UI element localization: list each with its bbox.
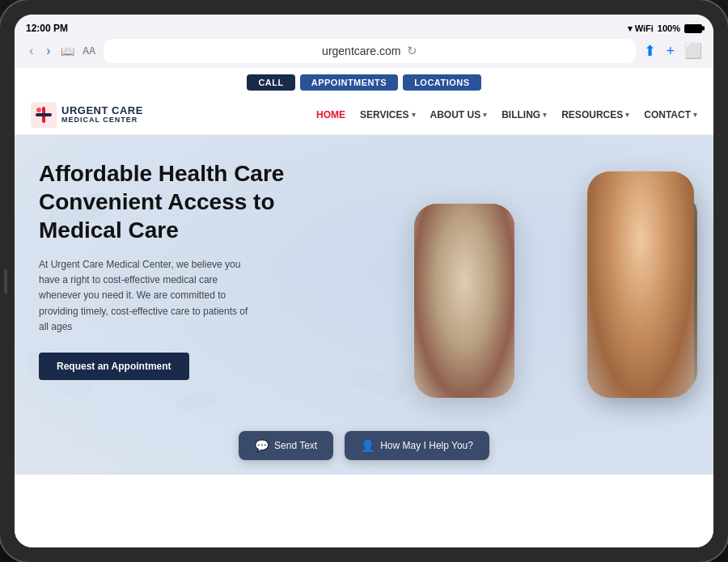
tablet-screen: 12:00 PM ▾ WiFi 100% ‹ › 📖 AA urgentcare… — [15, 15, 713, 547]
phone-mockups — [390, 143, 697, 426]
svg-point-21 — [654, 247, 660, 255]
svg-point-11 — [476, 261, 482, 269]
svg-rect-4 — [414, 204, 514, 398]
send-text-label: Send Text — [274, 440, 317, 451]
new-tab-button[interactable]: + — [666, 43, 675, 60]
bottom-action-buttons: 💬 Send Text 👤 How May I Help You? — [15, 431, 713, 460]
tabs-button[interactable]: ⬜ — [684, 42, 702, 60]
battery-level: 100% — [658, 23, 680, 33]
svg-rect-14 — [587, 171, 695, 398]
hero-text-area: Affordable Health Care Convenient Access… — [39, 159, 314, 380]
svg-point-10 — [459, 261, 466, 269]
svg-point-17 — [611, 218, 637, 270]
help-label: How May I Help You? — [380, 440, 473, 451]
photo-family-center — [587, 171, 695, 398]
svg-point-23 — [630, 327, 666, 356]
battery-icon — [684, 24, 702, 33]
svg-point-15 — [620, 220, 676, 285]
logo-icon — [31, 102, 57, 128]
wifi-icon: ▾ WiFi — [628, 23, 654, 34]
svg-point-9 — [438, 301, 503, 382]
nav-contact[interactable]: CONTACT ▾ — [644, 109, 697, 120]
help-button[interactable]: 👤 How May I Help You? — [345, 431, 489, 460]
logo-area[interactable]: URGENT CARE MEDICAL CENTER — [31, 102, 143, 128]
address-bar[interactable]: urgentcare.com ↻ — [104, 39, 636, 63]
svg-point-8 — [476, 244, 498, 293]
back-button[interactable]: ‹ — [26, 42, 36, 60]
logo-text: URGENT CARE MEDICAL CENTER — [61, 105, 143, 125]
forward-button[interactable]: › — [43, 42, 53, 60]
nav-services[interactable]: SERVICES ▾ — [360, 109, 415, 120]
nav-resources[interactable]: RESOURCES ▾ — [561, 109, 629, 120]
url-display: urgentcare.com — [322, 44, 400, 57]
aa-button[interactable]: AA — [83, 45, 95, 57]
logo-subtitle: MEDICAL CENTER — [61, 116, 143, 125]
appointments-button[interactable]: APPOINTMENTS — [300, 74, 398, 91]
svg-point-13 — [455, 325, 487, 354]
phone-mockup-left — [414, 204, 514, 398]
svg-rect-2 — [36, 113, 52, 116]
photo-woman — [414, 204, 514, 398]
nav-billing[interactable]: BILLING ▾ — [502, 109, 547, 120]
call-button[interactable]: CALL — [247, 74, 294, 91]
status-bar: 12:00 PM ▾ WiFi 100% — [26, 21, 702, 39]
svg-point-20 — [636, 247, 642, 255]
svg-point-19 — [627, 228, 669, 277]
phone-mockup-center — [587, 171, 695, 398]
svg-point-6 — [443, 226, 498, 271]
tablet-side-button[interactable] — [4, 269, 7, 294]
reader-mode-button[interactable]: 📖 — [61, 44, 74, 57]
svg-point-12 — [453, 337, 489, 378]
chat-icon: 💬 — [255, 439, 269, 452]
svg-point-25 — [652, 353, 658, 360]
send-text-button[interactable]: 💬 Send Text — [239, 431, 333, 460]
tablet-frame: 12:00 PM ▾ WiFi 100% ‹ › 📖 AA urgentcare… — [0, 0, 728, 562]
status-indicators: ▾ WiFi 100% — [628, 23, 702, 34]
svg-point-3 — [36, 108, 41, 112]
svg-point-5 — [448, 239, 493, 290]
browser-action-buttons: ⬆ + ⬜ — [644, 42, 702, 60]
svg-point-22 — [625, 333, 671, 382]
logo-name: URGENT CARE — [61, 105, 143, 116]
hero-section: Affordable Health Care Convenient Access… — [15, 135, 713, 475]
cta-button[interactable]: Request an Appointment — [39, 353, 189, 380]
website-content: CALL APPOINTMENTS LOCATIONS URGENT CARE … — [15, 68, 713, 547]
nav-controls: ‹ › 📖 — [26, 42, 74, 60]
person-icon: 👤 — [361, 439, 375, 452]
nav-links: HOME SERVICES ▾ ABOUT US ▾ BILLING ▾ RES… — [316, 109, 697, 120]
browser-chrome: 12:00 PM ▾ WiFi 100% ‹ › 📖 AA urgentcare… — [15, 15, 713, 68]
locations-button[interactable]: LOCATIONS — [403, 74, 480, 91]
svg-point-16 — [616, 197, 680, 259]
reload-button[interactable]: ↻ — [407, 44, 417, 58]
share-button[interactable]: ⬆ — [644, 42, 656, 60]
hero-subtext: At Urgent Care Medical Center, we believ… — [39, 257, 249, 335]
nav-home[interactable]: HOME — [316, 109, 345, 120]
svg-point-18 — [659, 218, 685, 270]
utility-bar: CALL APPOINTMENTS LOCATIONS — [15, 68, 713, 95]
time-display: 12:00 PM — [26, 23, 68, 34]
address-bar-row: ‹ › 📖 AA urgentcare.com ↻ ⬆ + ⬜ — [26, 39, 702, 63]
main-navigation: URGENT CARE MEDICAL CENTER HOME SERVICES… — [15, 95, 713, 135]
svg-point-24 — [637, 353, 644, 360]
nav-about[interactable]: ABOUT US ▾ — [430, 109, 488, 120]
svg-point-7 — [443, 244, 466, 293]
hero-heading: Affordable Health Care Convenient Access… — [39, 159, 314, 244]
